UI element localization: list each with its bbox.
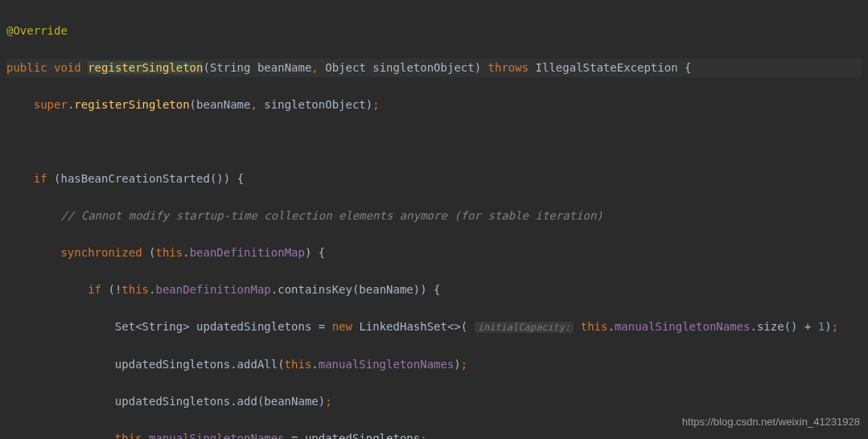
method-name: registerSingleton	[88, 61, 203, 74]
annotation: @Override	[6, 24, 68, 37]
code-editor[interactable]: @Override public void registerSingleton(…	[0, 0, 868, 439]
watermark: https://blog.csdn.net/weixin_41231928	[682, 412, 860, 431]
comment: // Cannot modify startup-time collection…	[60, 209, 603, 222]
parameter-hint: initialCapacity:	[475, 322, 574, 333]
method-signature-line: public void registerSingleton(String bea…	[6, 59, 862, 77]
